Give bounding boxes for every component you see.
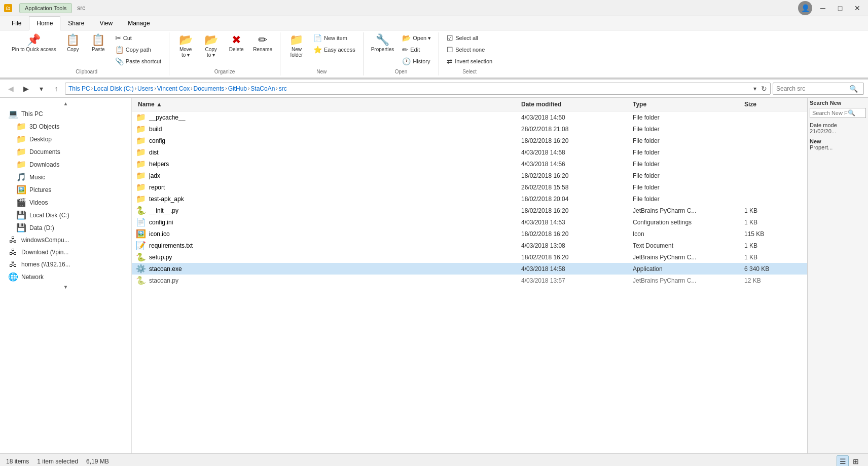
history-button[interactable]: 🕐 History bbox=[399, 56, 435, 67]
dropdown-arrow[interactable]: ▾ bbox=[750, 84, 760, 94]
copy-button[interactable]: 📋 Copy bbox=[61, 32, 85, 54]
table-row[interactable]: ⚙️ stacoan.exe 4/03/2018 14:58 Applicati… bbox=[132, 263, 807, 275]
desktop-icon: 📁 bbox=[16, 134, 26, 144]
sidebar-item-download-share[interactable]: 🖧 Download (\\pin... bbox=[0, 246, 131, 258]
new-folder-button[interactable]: 📁 Newfolder bbox=[284, 32, 309, 60]
tab-src[interactable]: src bbox=[77, 5, 85, 12]
table-row[interactable]: 🖼️ icon.ico 18/02/2018 16:20 Icon 115 KB bbox=[132, 228, 807, 240]
sidebar-item-thispc[interactable]: 💻 This PC bbox=[0, 107, 131, 120]
table-row[interactable]: 📝 requirements.txt 4/03/2018 13:08 Text … bbox=[132, 240, 807, 251]
sidebar-item-music[interactable]: 🎵 Music bbox=[0, 171, 131, 183]
copy-path-button[interactable]: 📋 Copy path bbox=[112, 44, 165, 55]
maximize-button[interactable]: □ bbox=[834, 3, 847, 13]
delete-button[interactable]: ✖ Delete bbox=[224, 32, 248, 54]
recent-locations-button[interactable]: ▾ bbox=[34, 82, 48, 95]
close-button[interactable]: ✕ bbox=[851, 3, 864, 13]
tab-view[interactable]: View bbox=[92, 16, 120, 30]
breadcrumb-localdisk[interactable]: Local Disk (C:) bbox=[94, 85, 134, 92]
pin-to-quick-access-button[interactable]: 📌 Pin to Quick access bbox=[8, 32, 60, 55]
sidebar-item-3dobjects[interactable]: 📁 3D Objects bbox=[0, 120, 131, 133]
select-none-button[interactable]: ☐ Select none bbox=[443, 44, 496, 55]
right-panel-search-input[interactable] bbox=[812, 110, 848, 116]
open-button[interactable]: 📂 Open ▾ bbox=[399, 32, 435, 44]
cut-button[interactable]: ✂ Cut bbox=[112, 32, 165, 44]
table-row[interactable]: 🐍 stacoan.py 4/03/2018 13:57 JetBrains P… bbox=[132, 275, 807, 286]
properties-button[interactable]: 🔧 Properties bbox=[368, 32, 398, 54]
table-row[interactable]: 🐍 __init__.py 18/02/2018 16:20 JetBrains… bbox=[132, 205, 807, 216]
select-none-icon: ☐ bbox=[447, 46, 453, 54]
table-row[interactable]: 📁 config 18/02/2018 16:20 File folder bbox=[132, 135, 807, 146]
forward-button[interactable]: ▶ bbox=[19, 82, 32, 95]
music-icon: 🎵 bbox=[16, 172, 26, 182]
copy-icon: 📋 bbox=[66, 34, 80, 46]
table-row[interactable]: 📁 build 28/02/2018 21:08 File folder bbox=[132, 123, 807, 135]
breadcrumb-users[interactable]: Users bbox=[137, 85, 153, 92]
sidebar-item-network[interactable]: 🌐 Network bbox=[0, 270, 131, 283]
back-button[interactable]: ◀ bbox=[4, 82, 17, 95]
right-panel-properties-label: Propert... bbox=[810, 144, 866, 150]
search-input[interactable] bbox=[776, 85, 847, 92]
right-panel-search-icon[interactable]: 🔍 bbox=[848, 109, 855, 116]
invert-selection-button[interactable]: ⇄ Invert selection bbox=[443, 56, 496, 67]
minimize-button[interactable]: ─ bbox=[816, 3, 829, 13]
tab-home[interactable]: Home bbox=[29, 16, 60, 30]
edit-button[interactable]: ✏ Edit bbox=[399, 44, 435, 55]
table-row[interactable]: 📁 helpers 4/03/2018 14:56 File folder bbox=[132, 158, 807, 170]
breadcrumb-vincentcox[interactable]: Vincent Cox bbox=[157, 85, 190, 92]
table-row[interactable]: 📁 __pycache__ 4/03/2018 14:50 File folde… bbox=[132, 111, 807, 123]
table-row[interactable]: 📁 jadx 18/02/2018 16:20 File folder bbox=[132, 170, 807, 181]
paste-button[interactable]: 📋 Paste bbox=[86, 32, 111, 54]
tab-share[interactable]: Share bbox=[60, 16, 92, 30]
tab-file[interactable]: File bbox=[4, 16, 29, 30]
sidebar-item-pictures[interactable]: 🖼️ Pictures bbox=[0, 183, 131, 196]
paste-shortcut-button[interactable]: 📎 Paste shortcut bbox=[112, 56, 165, 67]
up-button[interactable]: ↑ bbox=[50, 82, 63, 95]
download-share-icon: 🖧 bbox=[8, 248, 18, 257]
easy-access-icon: ⭐ bbox=[313, 46, 322, 54]
refresh-button[interactable]: ↻ bbox=[761, 85, 767, 93]
easy-access-button[interactable]: ⭐ Easy access bbox=[310, 44, 359, 55]
sidebar-scroll-down-btn[interactable]: ▼ bbox=[0, 283, 131, 291]
breadcrumb-src[interactable]: src bbox=[279, 85, 287, 92]
table-row[interactable]: 📄 config.ini 4/03/2018 14:53 Configurati… bbox=[132, 216, 807, 228]
ini-file-icon: 📄 bbox=[136, 217, 146, 227]
title-bar-tabs: Application Tools src bbox=[19, 3, 85, 13]
col-name[interactable]: Name ▲ bbox=[136, 100, 519, 109]
col-size[interactable]: Size bbox=[742, 100, 803, 109]
sidebar-item-downloads[interactable]: 📁 Downloads bbox=[0, 158, 131, 171]
sidebar-item-localdisk[interactable]: 💾 Local Disk (C:) bbox=[0, 209, 131, 221]
sidebar-item-datad[interactable]: 💾 Data (D:) bbox=[0, 221, 131, 234]
breadcrumb-documents[interactable]: Documents bbox=[194, 85, 225, 92]
copy-to-button[interactable]: 📂 Copyto ▾ bbox=[199, 32, 223, 60]
col-type[interactable]: Type bbox=[631, 100, 742, 109]
sidebar-collapse-btn[interactable]: ▲ bbox=[0, 100, 131, 107]
breadcrumb-stacoan[interactable]: StaCoAn bbox=[250, 85, 275, 92]
new-item-button[interactable]: 📄 New item bbox=[310, 32, 359, 44]
col-date[interactable]: Date modified bbox=[519, 100, 631, 109]
app-tools-tab[interactable]: Application Tools bbox=[19, 3, 72, 13]
table-row[interactable]: 📁 dist 4/03/2018 14:58 File folder bbox=[132, 146, 807, 158]
move-to-button[interactable]: 📂 Moveto ▾ bbox=[173, 32, 198, 60]
details-view-button[interactable]: ☰ bbox=[837, 455, 849, 467]
breadcrumb-bar[interactable]: This PC › Local Disk (C:) › Users › Vinc… bbox=[65, 83, 771, 95]
sidebar-item-homes[interactable]: 🖧 homes (\\192.16... bbox=[0, 258, 131, 270]
sidebar: ▲ 💻 This PC 📁 3D Objects 📁 Desktop 📁 Doc… bbox=[0, 98, 132, 453]
sidebar-item-windowscomp[interactable]: 🖧 windowsCompu... bbox=[0, 234, 131, 246]
breadcrumb-github[interactable]: GitHub bbox=[228, 85, 247, 92]
table-row[interactable]: 🐍 setup.py 18/02/2018 16:20 JetBrains Py… bbox=[132, 251, 807, 263]
search-bar[interactable]: 🔍 bbox=[773, 83, 864, 95]
select-all-button[interactable]: ☑ Select all bbox=[443, 32, 496, 44]
tab-manage[interactable]: Manage bbox=[120, 16, 157, 30]
breadcrumb-thispc[interactable]: This PC bbox=[68, 85, 90, 92]
folder-icon: 📁 bbox=[136, 159, 146, 169]
sidebar-item-documents[interactable]: 📁 Documents bbox=[0, 145, 131, 158]
title-bar: 🗂 Application Tools src 👤 ─ □ ✕ bbox=[0, 0, 868, 16]
rename-button[interactable]: ✏ Rename bbox=[249, 32, 276, 54]
tiles-view-button[interactable]: ⊞ bbox=[850, 455, 862, 467]
sidebar-item-videos[interactable]: 🎬 Videos bbox=[0, 196, 131, 209]
search-icon[interactable]: 🔍 bbox=[849, 85, 858, 93]
sidebar-item-desktop[interactable]: 📁 Desktop bbox=[0, 133, 131, 145]
table-row[interactable]: 📁 report 26/02/2018 15:58 File folder bbox=[132, 181, 807, 193]
table-row[interactable]: 📁 test-apk_apk 18/02/2018 20:04 File fol… bbox=[132, 193, 807, 205]
right-panel-search[interactable]: 🔍 bbox=[810, 108, 866, 118]
